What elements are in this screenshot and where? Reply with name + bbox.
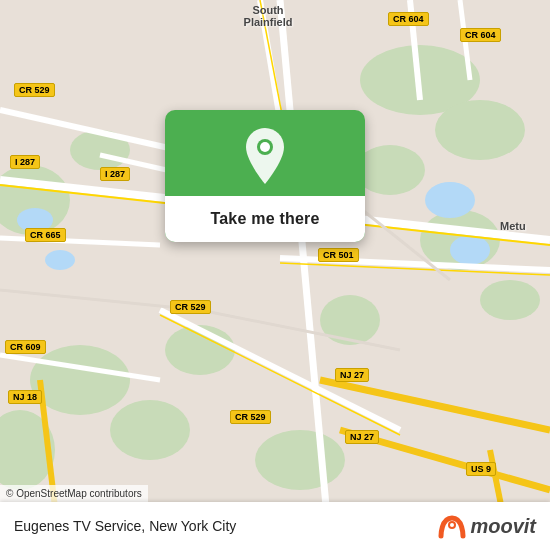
- road-sign-cr604b: CR 604: [460, 28, 501, 42]
- svg-point-10: [255, 430, 345, 490]
- road-sign-cr604a: CR 604: [388, 12, 429, 26]
- road-sign-cr529b: CR 529: [170, 300, 211, 314]
- svg-point-15: [450, 235, 490, 265]
- moovit-logo-icon: [438, 512, 466, 540]
- map-attribution: © OpenStreetMap contributors: [0, 485, 148, 502]
- road-sign-i287b: I 287: [100, 167, 130, 181]
- popup-card: Take me there: [165, 110, 365, 242]
- take-me-there-button[interactable]: Take me there: [165, 196, 365, 242]
- svg-point-41: [260, 142, 270, 152]
- svg-point-2: [435, 100, 525, 160]
- svg-point-43: [450, 523, 454, 527]
- city-label-south-plainfield: SouthPlainfield: [238, 4, 298, 28]
- road-sign-nj18: NJ 18: [8, 390, 42, 404]
- moovit-text: moovit: [470, 515, 536, 538]
- road-sign-us9: US 9: [466, 462, 496, 476]
- road-sign-nj27a: NJ 27: [335, 368, 369, 382]
- svg-point-3: [355, 145, 425, 195]
- city-label-metu: Metu: [500, 220, 526, 232]
- popup-icon-area: [242, 110, 288, 196]
- svg-point-8: [110, 400, 190, 460]
- svg-point-13: [320, 295, 380, 345]
- road-sign-cr529a: CR 529: [14, 83, 55, 97]
- moovit-logo: moovit: [438, 512, 536, 540]
- road-sign-i287a: I 287: [10, 155, 40, 169]
- road-sign-cr609: CR 609: [5, 340, 46, 354]
- location-pin-icon: [242, 128, 288, 184]
- map-container: CR 604 CR 604 CR 529 CR 602 I 287 I 287 …: [0, 0, 550, 550]
- svg-point-5: [480, 280, 540, 320]
- road-sign-cr529c: CR 529: [230, 410, 271, 424]
- bottom-bar: Eugenes TV Service, New York City moovit: [0, 502, 550, 550]
- svg-point-14: [425, 182, 475, 218]
- road-sign-cr501: CR 501: [318, 248, 359, 262]
- road-sign-cr665: CR 665: [25, 228, 66, 242]
- road-sign-nj27b: NJ 27: [345, 430, 379, 444]
- location-label: Eugenes TV Service, New York City: [14, 518, 236, 534]
- svg-point-17: [45, 250, 75, 270]
